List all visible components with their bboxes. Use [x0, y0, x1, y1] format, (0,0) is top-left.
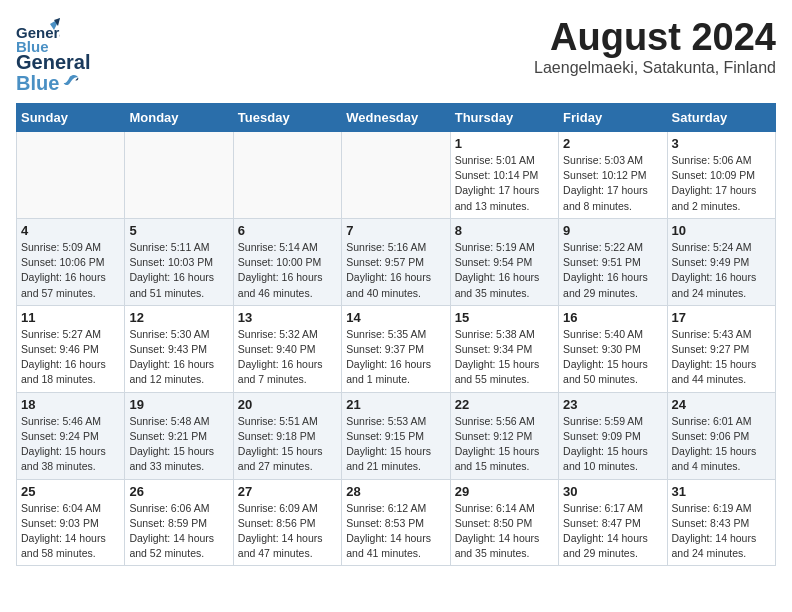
day-info: Sunrise: 5:11 AM Sunset: 10:03 PM Daylig…	[129, 240, 228, 301]
day-info: Sunrise: 6:01 AM Sunset: 9:06 PM Dayligh…	[672, 414, 771, 475]
day-info: Sunrise: 5:19 AM Sunset: 9:54 PM Dayligh…	[455, 240, 554, 301]
calendar-cell: 18Sunrise: 5:46 AM Sunset: 9:24 PM Dayli…	[17, 392, 125, 479]
day-info: Sunrise: 5:01 AM Sunset: 10:14 PM Daylig…	[455, 153, 554, 214]
day-info: Sunrise: 5:38 AM Sunset: 9:34 PM Dayligh…	[455, 327, 554, 388]
calendar-cell: 20Sunrise: 5:51 AM Sunset: 9:18 PM Dayli…	[233, 392, 341, 479]
calendar-cell: 17Sunrise: 5:43 AM Sunset: 9:27 PM Dayli…	[667, 305, 775, 392]
day-number: 4	[21, 223, 120, 238]
day-info: Sunrise: 5:53 AM Sunset: 9:15 PM Dayligh…	[346, 414, 445, 475]
day-header-tuesday: Tuesday	[233, 104, 341, 132]
day-info: Sunrise: 5:22 AM Sunset: 9:51 PM Dayligh…	[563, 240, 662, 301]
day-info: Sunrise: 5:16 AM Sunset: 9:57 PM Dayligh…	[346, 240, 445, 301]
day-number: 26	[129, 484, 228, 499]
day-info: Sunrise: 5:14 AM Sunset: 10:00 PM Daylig…	[238, 240, 337, 301]
day-header-wednesday: Wednesday	[342, 104, 450, 132]
svg-text:Blue: Blue	[16, 38, 49, 55]
day-number: 2	[563, 136, 662, 151]
day-info: Sunrise: 5:40 AM Sunset: 9:30 PM Dayligh…	[563, 327, 662, 388]
calendar-cell: 24Sunrise: 6:01 AM Sunset: 9:06 PM Dayli…	[667, 392, 775, 479]
day-info: Sunrise: 6:14 AM Sunset: 8:50 PM Dayligh…	[455, 501, 554, 562]
header: General Blue General Blue August 2024 La…	[16, 16, 776, 95]
day-number: 9	[563, 223, 662, 238]
day-number: 24	[672, 397, 771, 412]
calendar-cell: 12Sunrise: 5:30 AM Sunset: 9:43 PM Dayli…	[125, 305, 233, 392]
day-number: 6	[238, 223, 337, 238]
day-header-monday: Monday	[125, 104, 233, 132]
day-number: 5	[129, 223, 228, 238]
day-number: 18	[21, 397, 120, 412]
calendar-cell: 1Sunrise: 5:01 AM Sunset: 10:14 PM Dayli…	[450, 132, 558, 219]
day-info: Sunrise: 5:32 AM Sunset: 9:40 PM Dayligh…	[238, 327, 337, 388]
calendar-cell: 9Sunrise: 5:22 AM Sunset: 9:51 PM Daylig…	[559, 218, 667, 305]
day-info: Sunrise: 5:48 AM Sunset: 9:21 PM Dayligh…	[129, 414, 228, 475]
calendar-cell: 10Sunrise: 5:24 AM Sunset: 9:49 PM Dayli…	[667, 218, 775, 305]
day-number: 28	[346, 484, 445, 499]
day-number: 13	[238, 310, 337, 325]
calendar-cell: 2Sunrise: 5:03 AM Sunset: 10:12 PM Dayli…	[559, 132, 667, 219]
title-area: August 2024 Laengelmaeki, Satakunta, Fin…	[534, 16, 776, 77]
calendar-table: SundayMondayTuesdayWednesdayThursdayFrid…	[16, 103, 776, 566]
day-info: Sunrise: 5:56 AM Sunset: 9:12 PM Dayligh…	[455, 414, 554, 475]
calendar-cell: 19Sunrise: 5:48 AM Sunset: 9:21 PM Dayli…	[125, 392, 233, 479]
day-number: 7	[346, 223, 445, 238]
day-info: Sunrise: 5:09 AM Sunset: 10:06 PM Daylig…	[21, 240, 120, 301]
calendar-cell	[233, 132, 341, 219]
calendar-cell: 4Sunrise: 5:09 AM Sunset: 10:06 PM Dayli…	[17, 218, 125, 305]
day-number: 1	[455, 136, 554, 151]
day-info: Sunrise: 5:35 AM Sunset: 9:37 PM Dayligh…	[346, 327, 445, 388]
day-number: 21	[346, 397, 445, 412]
calendar-header-row: SundayMondayTuesdayWednesdayThursdayFrid…	[17, 104, 776, 132]
day-number: 27	[238, 484, 337, 499]
day-header-sunday: Sunday	[17, 104, 125, 132]
calendar-week-row: 25Sunrise: 6:04 AM Sunset: 9:03 PM Dayli…	[17, 479, 776, 566]
day-number: 3	[672, 136, 771, 151]
calendar-cell: 31Sunrise: 6:19 AM Sunset: 8:43 PM Dayli…	[667, 479, 775, 566]
day-number: 20	[238, 397, 337, 412]
day-info: Sunrise: 5:24 AM Sunset: 9:49 PM Dayligh…	[672, 240, 771, 301]
day-info: Sunrise: 6:09 AM Sunset: 8:56 PM Dayligh…	[238, 501, 337, 562]
logo-icon: General Blue	[16, 16, 60, 60]
calendar-cell: 21Sunrise: 5:53 AM Sunset: 9:15 PM Dayli…	[342, 392, 450, 479]
calendar-cell: 23Sunrise: 5:59 AM Sunset: 9:09 PM Dayli…	[559, 392, 667, 479]
calendar-cell: 6Sunrise: 5:14 AM Sunset: 10:00 PM Dayli…	[233, 218, 341, 305]
calendar-cell	[125, 132, 233, 219]
day-info: Sunrise: 5:06 AM Sunset: 10:09 PM Daylig…	[672, 153, 771, 214]
calendar-cell: 26Sunrise: 6:06 AM Sunset: 8:59 PM Dayli…	[125, 479, 233, 566]
day-number: 15	[455, 310, 554, 325]
calendar-week-row: 4Sunrise: 5:09 AM Sunset: 10:06 PM Dayli…	[17, 218, 776, 305]
logo: General Blue General Blue	[16, 16, 90, 95]
day-number: 25	[21, 484, 120, 499]
logo-blue: Blue	[16, 72, 59, 95]
day-info: Sunrise: 5:27 AM Sunset: 9:46 PM Dayligh…	[21, 327, 120, 388]
calendar-cell: 7Sunrise: 5:16 AM Sunset: 9:57 PM Daylig…	[342, 218, 450, 305]
page-subtitle: Laengelmaeki, Satakunta, Finland	[534, 59, 776, 77]
calendar-cell: 15Sunrise: 5:38 AM Sunset: 9:34 PM Dayli…	[450, 305, 558, 392]
calendar-cell: 30Sunrise: 6:17 AM Sunset: 8:47 PM Dayli…	[559, 479, 667, 566]
day-info: Sunrise: 6:06 AM Sunset: 8:59 PM Dayligh…	[129, 501, 228, 562]
day-info: Sunrise: 5:43 AM Sunset: 9:27 PM Dayligh…	[672, 327, 771, 388]
day-info: Sunrise: 5:46 AM Sunset: 9:24 PM Dayligh…	[21, 414, 120, 475]
day-info: Sunrise: 6:12 AM Sunset: 8:53 PM Dayligh…	[346, 501, 445, 562]
calendar-cell: 22Sunrise: 5:56 AM Sunset: 9:12 PM Dayli…	[450, 392, 558, 479]
calendar-cell: 5Sunrise: 5:11 AM Sunset: 10:03 PM Dayli…	[125, 218, 233, 305]
day-number: 10	[672, 223, 771, 238]
day-number: 12	[129, 310, 228, 325]
day-number: 17	[672, 310, 771, 325]
logo-bird-icon	[61, 73, 79, 91]
day-header-friday: Friday	[559, 104, 667, 132]
day-header-saturday: Saturday	[667, 104, 775, 132]
day-info: Sunrise: 5:51 AM Sunset: 9:18 PM Dayligh…	[238, 414, 337, 475]
calendar-cell: 3Sunrise: 5:06 AM Sunset: 10:09 PM Dayli…	[667, 132, 775, 219]
day-number: 14	[346, 310, 445, 325]
day-number: 8	[455, 223, 554, 238]
calendar-cell: 25Sunrise: 6:04 AM Sunset: 9:03 PM Dayli…	[17, 479, 125, 566]
day-header-thursday: Thursday	[450, 104, 558, 132]
day-number: 23	[563, 397, 662, 412]
day-info: Sunrise: 5:59 AM Sunset: 9:09 PM Dayligh…	[563, 414, 662, 475]
calendar-cell: 14Sunrise: 5:35 AM Sunset: 9:37 PM Dayli…	[342, 305, 450, 392]
day-info: Sunrise: 6:19 AM Sunset: 8:43 PM Dayligh…	[672, 501, 771, 562]
calendar-cell	[17, 132, 125, 219]
day-number: 19	[129, 397, 228, 412]
calendar-cell: 27Sunrise: 6:09 AM Sunset: 8:56 PM Dayli…	[233, 479, 341, 566]
day-number: 29	[455, 484, 554, 499]
